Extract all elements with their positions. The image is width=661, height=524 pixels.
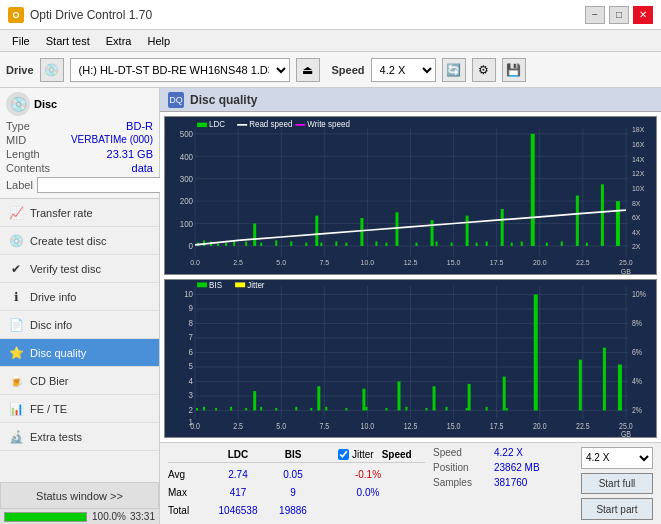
action-speed-select[interactable]: 4.2 X	[581, 447, 653, 469]
ldc-col-header: LDC	[208, 449, 268, 460]
svg-text:10.0: 10.0	[361, 421, 375, 431]
minimize-button[interactable]: −	[585, 6, 605, 24]
sidebar-item-verify-test-disc[interactable]: ✔ Verify test disc	[0, 255, 159, 283]
app-logo: O	[8, 7, 24, 23]
jitter-checkbox[interactable]	[338, 449, 349, 460]
sidebar-item-disc-quality[interactable]: ⭐ Disc quality	[0, 339, 159, 367]
progress-track	[4, 512, 87, 522]
svg-text:2.5: 2.5	[233, 258, 243, 267]
svg-text:12.5: 12.5	[404, 258, 418, 267]
svg-rect-151	[446, 407, 448, 411]
refresh-button[interactable]: 🔄	[442, 58, 466, 82]
svg-rect-152	[466, 408, 468, 410]
svg-text:8X: 8X	[632, 198, 641, 207]
eject-button[interactable]: ⏏	[296, 58, 320, 82]
sidebar-item-drive-info[interactable]: ℹ Drive info	[0, 283, 159, 311]
settings-button[interactable]: ⚙	[472, 58, 496, 82]
close-button[interactable]: ✕	[633, 6, 653, 24]
progress-fill	[5, 513, 86, 521]
disc-info-icon: 📄	[8, 317, 24, 333]
disc-icon: 💿	[6, 92, 30, 116]
svg-rect-168	[235, 282, 245, 287]
svg-rect-80	[561, 241, 563, 245]
length-label: Length	[6, 148, 40, 160]
drive-label: Drive	[6, 64, 34, 76]
svg-rect-147	[365, 407, 367, 411]
svg-text:300: 300	[180, 174, 194, 185]
svg-rect-58	[360, 218, 363, 246]
length-value: 23.31 GB	[107, 148, 153, 160]
bis-chart-svg: 10 9 8 7 6 5 4 3 2 1 10% 8% 6% 4% 2%	[165, 280, 656, 437]
svg-rect-66	[616, 201, 620, 246]
speed-select[interactable]: 4.2 X	[371, 58, 436, 82]
avg-ldc: 2.74	[208, 469, 268, 480]
sidebar-item-extra-tests[interactable]: 🔬 Extra tests	[0, 423, 159, 451]
svg-text:3: 3	[189, 390, 194, 401]
svg-text:GB: GB	[621, 429, 631, 437]
max-jitter: 0.0%	[338, 487, 398, 498]
svg-rect-150	[426, 408, 428, 410]
extra-tests-icon: 🔬	[8, 429, 24, 445]
svg-rect-136	[196, 408, 198, 410]
svg-rect-141	[260, 407, 262, 411]
svg-rect-138	[215, 408, 217, 410]
svg-rect-154	[506, 408, 508, 410]
max-bis: 9	[268, 487, 318, 498]
save-button[interactable]: 💾	[502, 58, 526, 82]
svg-rect-68	[335, 241, 337, 245]
maximize-button[interactable]: □	[609, 6, 629, 24]
status-window-button[interactable]: Status window >>	[0, 482, 159, 508]
svg-rect-164	[603, 348, 606, 411]
svg-rect-145	[325, 407, 327, 411]
svg-rect-74	[451, 243, 453, 246]
menu-file[interactable]: File	[4, 33, 38, 49]
total-ldc: 1046538	[208, 505, 268, 516]
svg-text:6X: 6X	[632, 213, 641, 222]
menu-start-test[interactable]: Start test	[38, 33, 98, 49]
svg-rect-54	[290, 241, 292, 245]
disc-title: Disc	[34, 98, 57, 110]
sidebar-item-fe-te[interactable]: 📊 FE / TE	[0, 395, 159, 423]
transfer-rate-icon: 📈	[8, 205, 24, 221]
svg-text:Write speed: Write speed	[307, 119, 350, 130]
menu-help[interactable]: Help	[139, 33, 178, 49]
svg-rect-166	[197, 282, 207, 287]
svg-rect-163	[579, 360, 582, 411]
speed-stat-label: Speed	[433, 447, 488, 458]
nav-items: 📈 Transfer rate 💿 Create test disc ✔ Ver…	[0, 199, 159, 482]
drive-select[interactable]: (H:) HL-DT-ST BD-RE WH16NS48 1.D3	[70, 58, 290, 82]
right-stats: Speed 4.22 X Position 23862 MB Samples 3…	[433, 447, 573, 520]
svg-rect-149	[405, 407, 407, 411]
svg-rect-82	[197, 123, 207, 127]
menu-extra[interactable]: Extra	[98, 33, 140, 49]
sidebar-item-create-test-disc[interactable]: 💿 Create test disc	[0, 227, 159, 255]
svg-text:10%: 10%	[632, 289, 646, 299]
label-input[interactable]	[37, 177, 170, 193]
create-disc-icon: 💿	[8, 233, 24, 249]
drive-icon: 💿	[40, 58, 64, 82]
svg-rect-59	[395, 212, 398, 246]
svg-text:4%: 4%	[632, 376, 642, 386]
svg-text:2: 2	[189, 404, 194, 415]
drive-info-icon: ℹ	[8, 289, 24, 305]
stats-panel: LDC BIS Jitter Speed Avg 2.74 0.05 -0.1%	[160, 442, 661, 524]
charts-container: 500 400 300 200 100 0 18X 16X 14X 12X 10…	[160, 112, 661, 442]
sidebar-item-cd-bier[interactable]: 🍺 CD Bier	[0, 367, 159, 395]
bis-col-header: BIS	[268, 449, 318, 460]
svg-text:Read speed: Read speed	[249, 119, 292, 130]
label-label: Label	[6, 179, 33, 191]
svg-text:0.0: 0.0	[190, 421, 200, 431]
speed-label: Speed	[332, 64, 365, 76]
svg-rect-67	[320, 243, 322, 246]
sidebar-item-transfer-rate[interactable]: 📈 Transfer rate	[0, 199, 159, 227]
stats-table: LDC BIS Jitter Speed Avg 2.74 0.05 -0.1%	[168, 447, 425, 520]
svg-text:2X: 2X	[632, 242, 641, 251]
svg-text:9: 9	[189, 303, 194, 314]
start-full-button[interactable]: Start full	[581, 473, 653, 495]
svg-text:8: 8	[189, 317, 194, 328]
svg-rect-70	[375, 241, 377, 245]
svg-text:20.0: 20.0	[533, 421, 547, 431]
sidebar-item-disc-info[interactable]: 📄 Disc info	[0, 311, 159, 339]
svg-rect-162	[534, 294, 538, 410]
start-part-button[interactable]: Start part	[581, 498, 653, 520]
